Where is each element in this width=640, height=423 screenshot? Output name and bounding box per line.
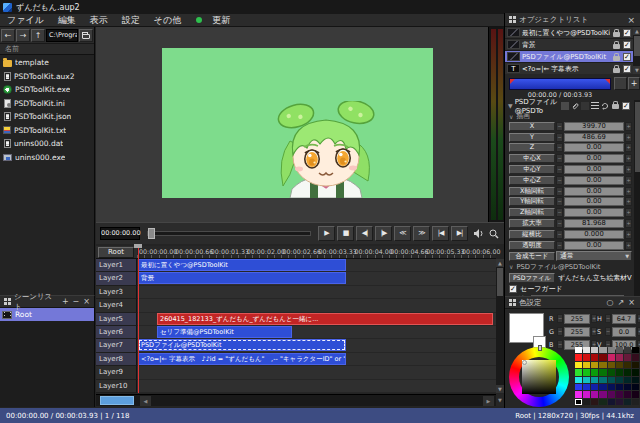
decrement-button[interactable]: −: [556, 176, 563, 185]
param-label-button[interactable]: Z: [509, 143, 555, 152]
scroll-down-icon[interactable]: ▼: [633, 66, 640, 74]
video-frame[interactable]: [162, 48, 433, 198]
layer-label[interactable]: Layer6: [96, 326, 137, 339]
palette-swatch[interactable]: [591, 362, 598, 368]
increment-button[interactable]: +: [625, 230, 632, 239]
param-label-button[interactable]: 透明度: [509, 241, 555, 250]
decrement-button[interactable]: −: [557, 314, 563, 323]
menu-item-編集[interactable]: 編集: [51, 14, 83, 26]
palette-swatch[interactable]: [608, 377, 615, 383]
scrollbar-thumb[interactable]: [634, 36, 640, 56]
object-list-item[interactable]: PSDファイル@PSDToolKit✓: [505, 51, 633, 63]
close-icon[interactable]: ×: [627, 15, 637, 25]
palette-swatch[interactable]: [583, 354, 590, 360]
param-value-field[interactable]: 399.70: [564, 122, 624, 131]
layer-label[interactable]: Layer1: [96, 259, 137, 272]
layer-label[interactable]: Layer9: [96, 366, 137, 379]
palette-swatch[interactable]: [591, 354, 598, 360]
decrement-button[interactable]: −: [605, 314, 611, 323]
palette-swatch[interactable]: [632, 377, 639, 383]
scroll-left-icon[interactable]: ◀: [140, 396, 151, 406]
popout-icon[interactable]: ↗: [618, 298, 625, 308]
blend-mode-label-button[interactable]: 合成モード: [509, 252, 555, 261]
param-label-button[interactable]: 中心Y: [509, 165, 555, 174]
increment-button[interactable]: +: [625, 208, 632, 217]
layer-label[interactable]: Layer2: [96, 272, 137, 285]
palette-swatch[interactable]: [616, 347, 623, 353]
seek-handle[interactable]: [148, 228, 155, 239]
object-list-scrollbar[interactable]: ▲ ▼: [633, 27, 640, 74]
remove-scene-button[interactable]: −: [73, 297, 80, 307]
decrement-button[interactable]: −: [556, 219, 563, 228]
visibility-checkbox[interactable]: ✓: [623, 53, 631, 61]
add-object-button[interactable]: +: [628, 77, 640, 90]
palette-swatch[interactable]: [575, 362, 582, 368]
go-end-button[interactable]: ▶|: [451, 226, 468, 241]
decrement-button[interactable]: −: [556, 165, 563, 174]
palette-swatch[interactable]: [575, 384, 582, 390]
prev-frame-button[interactable]: ◀|: [356, 226, 373, 241]
object-list-item[interactable]: T<?o=|← 字幕表示✓: [505, 63, 633, 74]
file-row[interactable]: PSDToolKit.exe: [0, 83, 94, 97]
menu-item-表示[interactable]: 表示: [83, 14, 115, 26]
palette-swatch[interactable]: [608, 347, 615, 353]
timeline-clip[interactable]: 最初に置くやつ@PSDToolKit: [138, 259, 346, 271]
param-label-button[interactable]: Z軸回転: [509, 208, 555, 217]
clipping-icon[interactable]: [561, 102, 569, 110]
color-wheel[interactable]: [507, 347, 573, 407]
layer-track[interactable]: セリフ準備@PSDToolKit: [137, 326, 496, 339]
up-button[interactable]: ↑: [31, 29, 45, 42]
file-row[interactable]: PSDToolKit.txt: [0, 124, 94, 138]
param-value-field[interactable]: 81.968: [564, 219, 624, 228]
layer-track[interactable]: 最初に置くやつ@PSDToolKit: [137, 259, 496, 272]
palette-swatch[interactable]: [583, 369, 590, 375]
saturation-value-square[interactable]: [522, 360, 556, 394]
palette-swatch[interactable]: [599, 377, 606, 383]
scrollbar-thumb[interactable]: [497, 268, 503, 296]
increment-button[interactable]: +: [625, 154, 632, 163]
visibility-checkbox[interactable]: ✓: [623, 41, 631, 49]
decrement-button[interactable]: −: [556, 133, 563, 142]
param-value-field[interactable]: 0.00: [564, 187, 624, 196]
back-button[interactable]: ←: [1, 29, 15, 42]
palette-swatch[interactable]: [575, 369, 582, 375]
palette-swatch[interactable]: [624, 362, 631, 368]
param-value-field[interactable]: 0.00: [564, 241, 624, 250]
param-label-button[interactable]: X軸回転: [509, 187, 555, 196]
timeline-clip[interactable]: 背景: [138, 272, 346, 284]
timeline-scroll-corner[interactable]: ▼: [496, 394, 504, 406]
increment-button[interactable]: +: [625, 133, 632, 142]
palette-swatch[interactable]: [575, 377, 582, 383]
camera-icon[interactable]: [581, 102, 589, 110]
palette-swatch[interactable]: [632, 347, 639, 353]
layer-track[interactable]: [137, 380, 496, 393]
layer-label[interactable]: Layer3: [96, 286, 137, 299]
paperclip-icon[interactable]: [571, 102, 579, 110]
menu-item-update[interactable]: 更新: [205, 14, 236, 26]
object-list-header[interactable]: オブジェクトリスト ×: [505, 13, 640, 27]
object-list-item[interactable]: 最初に置くやつ@PSDToolKit✓: [505, 27, 633, 39]
volume-icon[interactable]: [473, 228, 484, 239]
palette-swatch[interactable]: [632, 362, 639, 368]
palette-swatch[interactable]: [616, 391, 623, 397]
file-row[interactable]: unins000.exe: [0, 151, 94, 165]
increment-button[interactable]: +: [625, 143, 632, 152]
increment-button[interactable]: +: [625, 176, 632, 185]
palette-swatch[interactable]: [591, 347, 598, 353]
param-label-button[interactable]: 拡大率: [509, 219, 555, 228]
palette-swatch[interactable]: [616, 399, 623, 405]
param-label-button[interactable]: 縦横比: [509, 230, 555, 239]
color-picker-header[interactable]: 色設定 ○ ↗ ×: [505, 297, 640, 309]
decrement-button[interactable]: −: [556, 154, 563, 163]
scroll-right-icon[interactable]: ▶: [483, 396, 494, 406]
timeline-clip[interactable]: PSDファイル@PSDToolKit: [138, 339, 346, 351]
file-row[interactable]: unins000.dat: [0, 137, 94, 151]
timeline-clip[interactable]: <?o=|← 字幕表示 ♪♪id = "ずんだもん" ,-- "キャラクターID…: [138, 353, 346, 365]
decrement-button[interactable]: −: [556, 187, 563, 196]
visibility-checkbox[interactable]: ✓: [623, 65, 631, 73]
palette-swatch[interactable]: [599, 369, 606, 375]
zoom-icon[interactable]: [489, 229, 499, 239]
menu-list-icon[interactable]: [591, 102, 599, 109]
palette-swatch[interactable]: [624, 347, 631, 353]
properties-header[interactable]: ▼ PSDファイル@PSDTo ✓: [505, 100, 640, 111]
